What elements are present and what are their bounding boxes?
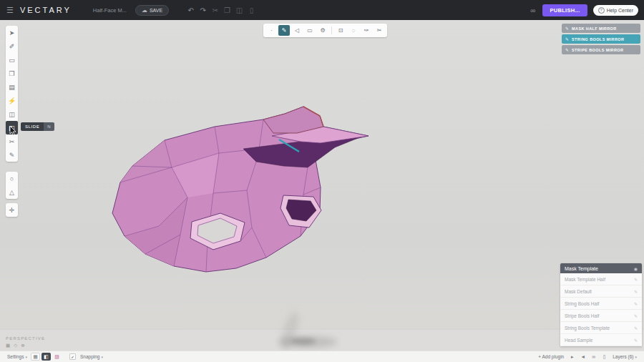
duplicate-tool-button[interactable]: ❐ bbox=[6, 67, 18, 80]
shaded-view-button[interactable]: ◧ bbox=[42, 353, 51, 361]
pencil-icon[interactable]: ✎ bbox=[634, 289, 638, 294]
fit-view-tool-button[interactable]: ✛ bbox=[6, 203, 18, 217]
move-tool-button[interactable]: ✐ bbox=[6, 39, 18, 53]
mode-toolbar: ∙ ✎ ◁ ▭ ⚙ ⊡ ◌ ✑ ✂ bbox=[263, 24, 387, 37]
pencil-icon: ✎ bbox=[565, 47, 569, 52]
gizmo-icon[interactable]: ⊕ bbox=[21, 343, 24, 348]
object-tool-button[interactable]: ▭ bbox=[304, 25, 316, 36]
edge-tool-button[interactable]: ✎ bbox=[278, 25, 290, 36]
redo-icon[interactable]: ↷ bbox=[197, 6, 209, 14]
3d-scene[interactable] bbox=[0, 20, 644, 351]
axis-icon[interactable]: ◇ bbox=[14, 343, 17, 348]
stripe-bools-mirror-label: STRIPE BOOLS MIRROR bbox=[572, 48, 623, 52]
list-item-label: Head Sample bbox=[565, 338, 592, 343]
grid-icon[interactable]: ▦ bbox=[6, 343, 10, 348]
audio-icon[interactable]: ◄ bbox=[578, 353, 587, 361]
tooltip-shortcut: N bbox=[44, 122, 54, 131]
left-toolbar-secondary: ○ △ bbox=[6, 172, 18, 199]
select-tool-button[interactable]: ➤ bbox=[6, 26, 18, 39]
project-name[interactable]: Half-Face M... bbox=[93, 7, 127, 14]
cut-icon[interactable]: ✂ bbox=[209, 6, 221, 14]
pencil-icon[interactable]: ✎ bbox=[634, 313, 638, 318]
string-bools-mirror-button[interactable]: ✎ STRING BOOLS MIRROR bbox=[562, 34, 640, 44]
list-item-string-bools-half[interactable]: String Bools Half ✎ bbox=[560, 298, 642, 310]
slide-tool-tooltip: SLIDE N bbox=[21, 122, 54, 131]
lasso-select-button[interactable]: ◌ bbox=[348, 25, 359, 36]
left-toolbar-main: ➤ ✐ ▭ ❐ ▤ ⚡ ◫ ◧ ✂ ✎ bbox=[6, 26, 18, 162]
knife-tool-button[interactable]: ✂ bbox=[6, 134, 18, 148]
list-item-head-sample[interactable]: Head Sample ✎ bbox=[560, 334, 642, 346]
top-bar: ☰ VECTARY Half-Face M... ☁ SAVE ↶ ↷ ✂ ❐ … bbox=[0, 0, 644, 20]
projection-hud: PERSPECTIVE ▦ ◇ ⊕ bbox=[6, 336, 45, 348]
mirror-icon[interactable]: ◫ bbox=[233, 6, 245, 14]
pencil-icon[interactable]: ✎ bbox=[634, 277, 638, 282]
mask-half-mirror-button[interactable]: ✎ MASK HALF MIRROR bbox=[562, 24, 640, 33]
eye-icon[interactable]: ◉ bbox=[634, 266, 638, 271]
snapping-checkbox[interactable]: ✓ bbox=[69, 353, 76, 360]
copy-icon[interactable]: ❐ bbox=[221, 6, 233, 14]
list-item-stripe-bools-half[interactable]: Stripe Bools Half ✎ bbox=[560, 310, 642, 322]
trash-icon[interactable]: ▯ bbox=[600, 353, 609, 361]
add-plugin-button[interactable]: + Add plugin bbox=[535, 354, 567, 359]
boolean-tool-button[interactable]: ⚡ bbox=[6, 94, 18, 107]
pencil-icon[interactable]: ✎ bbox=[634, 338, 638, 343]
sphere-tool-button[interactable]: ○ bbox=[6, 172, 18, 185]
list-item-label: String Bools Template bbox=[565, 326, 610, 331]
snapping-label: Snapping bbox=[80, 354, 99, 359]
paint-select-button[interactable]: ✑ bbox=[361, 25, 372, 36]
edit-tool-button[interactable]: ✎ bbox=[6, 148, 18, 162]
scissors-tool-button[interactable]: ✂ bbox=[374, 25, 385, 36]
save-button[interactable]: ☁ SAVE bbox=[135, 5, 169, 16]
settings-dropdown[interactable]: Settings ▾ bbox=[4, 354, 30, 359]
stripe-bools-mirror-button[interactable]: ✎ STRIPE BOOLS MIRROR bbox=[562, 45, 640, 54]
cone-tool-button[interactable]: △ bbox=[6, 185, 18, 199]
marquee-select-button[interactable]: ⊡ bbox=[335, 25, 346, 36]
settings-tool-button[interactable]: ⚙ bbox=[317, 25, 328, 36]
mirror-tool-button[interactable]: ◫ bbox=[6, 107, 18, 121]
mask-3d-object[interactable] bbox=[112, 107, 369, 272]
left-toolbar-tertiary: ✛ bbox=[6, 203, 18, 217]
pencil-icon[interactable]: ✎ bbox=[634, 326, 638, 331]
object-list-panel: Mask Template ◉ Mask Template Half ✎ Mas… bbox=[560, 263, 642, 346]
list-item-label: Mask Template Half bbox=[565, 277, 605, 282]
hamburger-menu-icon[interactable]: ☰ bbox=[0, 6, 20, 15]
layers-tool-button[interactable]: ▤ bbox=[6, 80, 18, 94]
share-link-icon[interactable]: ∞ bbox=[530, 6, 535, 14]
vertex-tool-button[interactable]: ∙ bbox=[265, 25, 277, 36]
viewport-canvas[interactable]: ➤ ✐ ▭ ❐ ▤ ⚡ ◫ ◧ ✂ ✎ ○ △ ✛ SLIDE N ∙ bbox=[0, 20, 644, 351]
check-icon: ✓ bbox=[71, 354, 74, 359]
material-view-button[interactable]: ▨ bbox=[52, 353, 62, 361]
shape-tool-button[interactable]: ▭ bbox=[6, 53, 18, 67]
viewport-helper-icons: ▦ ◇ ⊕ bbox=[6, 343, 45, 348]
undo-icon[interactable]: ↶ bbox=[185, 6, 197, 14]
list-item-mask-template-half[interactable]: Mask Template Half ✎ bbox=[560, 273, 642, 285]
chevron-down-icon: ▾ bbox=[26, 355, 28, 359]
publish-button[interactable]: PUBLISH... bbox=[542, 4, 587, 16]
chevron-down-icon: ▾ bbox=[635, 355, 637, 359]
settings-label: Settings bbox=[7, 354, 24, 359]
face-tool-button[interactable]: ◁ bbox=[291, 25, 303, 36]
mouse-cursor-icon bbox=[9, 126, 17, 136]
projection-label[interactable]: PERSPECTIVE bbox=[6, 336, 45, 341]
layers-dropdown[interactable]: Layers (6) ▾ bbox=[610, 354, 640, 359]
bottom-bar: Settings ▾ ▦ ◧ ▨ ✓ Snapping ▾ + Add plug… bbox=[0, 351, 644, 362]
grid-toggle-button[interactable]: ▦ bbox=[31, 353, 40, 361]
detach-icon[interactable]: ∞ bbox=[589, 353, 598, 361]
trash-icon[interactable]: ▯ bbox=[245, 6, 258, 14]
app-logo: VECTARY bbox=[20, 6, 72, 14]
bottom-bar-right: + Add plugin ▸ ◄ ∞ ▯ Layers (6) ▾ bbox=[535, 353, 640, 361]
list-item-mask-default[interactable]: Mask Default ✎ bbox=[560, 285, 642, 298]
help-center-button[interactable]: ? Help Center bbox=[593, 5, 638, 16]
mirror-actions-stack: ✎ MASK HALF MIRROR ✎ STRING BOOLS MIRROR… bbox=[562, 24, 640, 54]
chevron-down-icon: ▾ bbox=[102, 355, 104, 359]
panel-header[interactable]: Mask Template ◉ bbox=[560, 263, 642, 273]
help-center-label: Help Center bbox=[607, 8, 633, 13]
string-bools-mirror-label: STRING BOOLS MIRROR bbox=[572, 37, 624, 41]
pencil-icon[interactable]: ✎ bbox=[634, 301, 638, 306]
vectary-app: ☰ VECTARY Half-Face M... ☁ SAVE ↶ ↷ ✂ ❐ … bbox=[0, 0, 644, 362]
pencil-icon: ✎ bbox=[565, 36, 569, 41]
preview-icon[interactable]: ▸ bbox=[567, 353, 577, 361]
list-item-string-bools-template[interactable]: String Bools Template ✎ bbox=[560, 322, 642, 334]
snapping-dropdown[interactable]: Snapping ▾ bbox=[77, 354, 106, 359]
cloud-icon: ☁ bbox=[142, 7, 147, 14]
